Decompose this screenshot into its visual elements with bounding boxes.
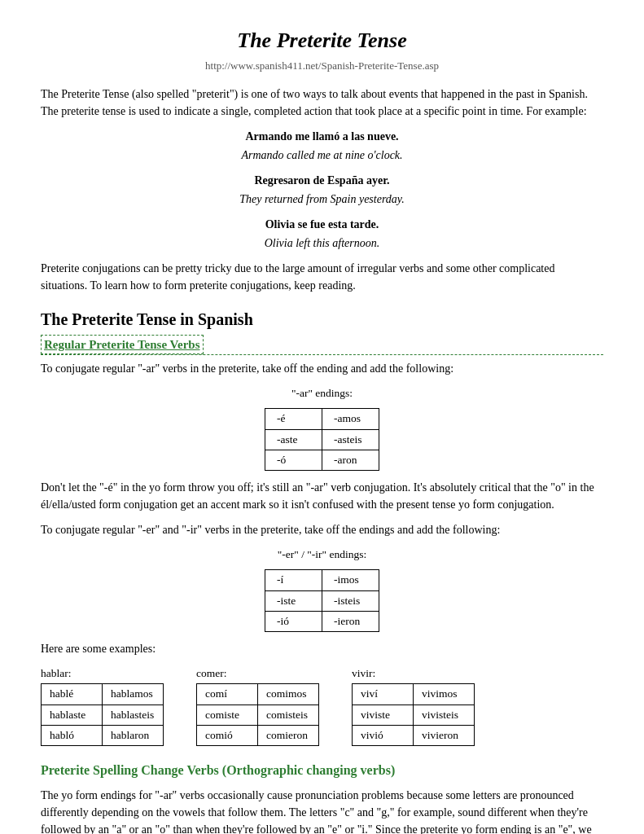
table-row: -ió-ieron	[265, 611, 379, 631]
table-cell: -amos	[322, 409, 379, 429]
table-row: -í-imos	[265, 570, 379, 590]
table-row: -é-amos	[265, 409, 379, 429]
example2-bold: Regresaron de España ayer.	[41, 172, 603, 189]
table-cell: habló	[42, 725, 103, 745]
table-cell: hablaste	[42, 705, 103, 725]
vivir-table: vivívivimosvivistevivisteisvivióvivieron	[352, 683, 475, 746]
table-row: hablóhablaron	[42, 725, 164, 745]
table-cell: comieron	[258, 725, 319, 745]
table-cell: comimos	[258, 684, 319, 705]
hablar-table: habléhablamoshablastehablasteishablóhabl…	[41, 683, 164, 746]
table-row: -iste-isteis	[265, 590, 379, 611]
table-cell: -iste	[265, 590, 322, 611]
table-cell: -aron	[322, 450, 379, 470]
table-cell: hablamos	[103, 684, 164, 705]
table-cell: -í	[265, 570, 322, 590]
table-row: comiócomieron	[197, 725, 319, 745]
examples-label: Here are some examples:	[41, 640, 603, 657]
example1-bold: Armando me llamó a las nueve.	[41, 128, 603, 145]
table-cell: -ió	[265, 611, 322, 631]
table-cell: vivimos	[414, 684, 475, 705]
table-cell: hablasteis	[103, 705, 164, 725]
subsection1-title: Regular Preterite Tense Verbs	[44, 338, 200, 351]
table-cell: vivieron	[414, 725, 475, 745]
tricky-note: Preterite conjugations can be pretty tri…	[41, 260, 603, 294]
section1-title: The Preterite Tense in Spanish	[41, 307, 603, 331]
table-cell: -asteis	[322, 429, 379, 450]
verb-examples-row: hablar: habléhablamoshablastehablasteish…	[41, 665, 603, 746]
er-ir-label: "-er" / "-ir" endings:	[41, 546, 603, 563]
table-row: hablastehablasteis	[42, 705, 164, 725]
example3-bold: Olivia se fue esta tarde.	[41, 216, 603, 233]
table-cell: hablé	[42, 684, 103, 705]
comer-label: comer:	[196, 665, 319, 682]
page-title: The Preterite Tense	[41, 24, 603, 56]
table-row: comícomimos	[197, 684, 319, 705]
table-cell: comisteis	[258, 705, 319, 725]
table-row: vivióvivieron	[353, 725, 475, 745]
table-cell: viviste	[353, 705, 414, 725]
table-row: vivistevivisteis	[353, 705, 475, 725]
table-cell: -isteis	[322, 590, 379, 611]
table-row: comistecomisteis	[197, 705, 319, 725]
table-row: -ó-aron	[265, 450, 379, 470]
table-cell: comí	[197, 684, 258, 705]
ar-note: Don't let the "-é" in the yo form throw …	[41, 479, 603, 513]
er-ir-intro: To conjugate regular "-er" and "-ir" ver…	[41, 521, 603, 538]
table-cell: vivisteis	[414, 705, 475, 725]
table-cell: -imos	[322, 570, 379, 590]
comer-block: comer: comícomimoscomistecomisteiscomióc…	[196, 665, 319, 746]
example3-italic: Olivia left this afternoon.	[41, 235, 603, 252]
table-cell: viví	[353, 684, 414, 705]
intro-text: The Preterite Tense (also spelled "prete…	[41, 86, 603, 120]
page-subtitle: http://www.spanish411.net/Spanish-Preter…	[41, 58, 603, 74]
table-cell: -ó	[265, 450, 322, 470]
ar-label: "-ar" endings:	[41, 385, 603, 402]
table-row: vivívivimos	[353, 684, 475, 705]
table-cell: -ieron	[322, 611, 379, 631]
hablar-block: hablar: habléhablamoshablastehablasteish…	[41, 665, 164, 746]
comer-table: comícomimoscomistecomisteiscomiócomieron	[196, 683, 319, 746]
table-row: habléhablamos	[42, 684, 164, 705]
spelling-desc1: The yo form endings for "-ar" verbs occa…	[41, 787, 603, 834]
vivir-block: vivir: vivívivimosvivistevivisteisvivióv…	[352, 665, 475, 746]
table-cell: comió	[197, 725, 258, 745]
example1-italic: Armando called me at nine o'clock.	[41, 147, 603, 164]
table-cell: comiste	[197, 705, 258, 725]
example2-italic: They returned from Spain yesterday.	[41, 191, 603, 208]
vivir-label: vivir:	[352, 665, 475, 682]
table-row: -aste-asteis	[265, 429, 379, 450]
spelling-title: Preterite Spelling Change Verbs (Orthogr…	[41, 761, 603, 780]
table-cell: vivió	[353, 725, 414, 745]
er-ir-endings-table: -í-imos-iste-isteis-ió-ieron	[265, 569, 379, 632]
subsection1-desc: To conjugate regular "-ar" verbs in the …	[41, 360, 603, 377]
table-cell: hablaron	[103, 725, 164, 745]
ar-endings-table: -é-amos-aste-asteis-ó-aron	[265, 408, 379, 471]
hablar-label: hablar:	[41, 665, 164, 682]
table-cell: -aste	[265, 429, 322, 450]
table-cell: -é	[265, 409, 322, 429]
